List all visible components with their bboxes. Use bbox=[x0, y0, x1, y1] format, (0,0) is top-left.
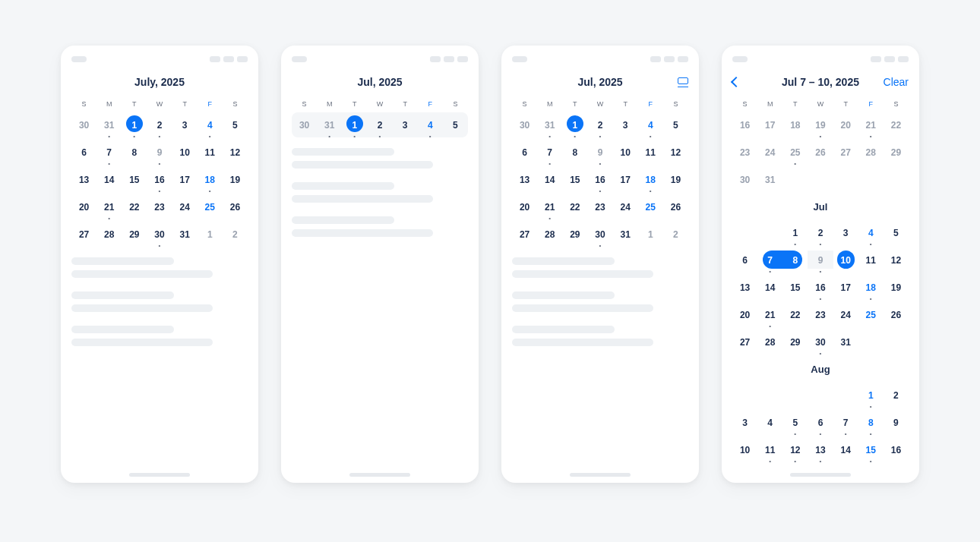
calendar-day[interactable]: 15 bbox=[122, 167, 147, 192]
calendar-day[interactable]: 17 bbox=[757, 112, 782, 137]
calendar-day[interactable]: 29 bbox=[562, 222, 587, 247]
calendar-day[interactable]: 13 bbox=[732, 275, 757, 300]
calendar-day[interactable]: 22 bbox=[782, 302, 808, 327]
calendar-day[interactable]: 27 bbox=[732, 329, 757, 355]
calendar-day[interactable]: 3 bbox=[732, 410, 757, 435]
calendar-day[interactable]: 5• bbox=[782, 410, 808, 435]
view-mode-icon[interactable] bbox=[678, 77, 688, 87]
calendar-day[interactable]: 8 bbox=[122, 140, 147, 165]
calendar-day[interactable]: 27 bbox=[71, 222, 96, 247]
calendar-day[interactable]: 20 bbox=[833, 112, 858, 137]
calendar-day[interactable]: 3 bbox=[393, 112, 418, 137]
calendar-day[interactable]: 19 bbox=[663, 167, 688, 192]
calendar-day[interactable]: 11 bbox=[638, 140, 663, 165]
calendar-day[interactable]: 29 bbox=[782, 329, 808, 355]
calendar-day[interactable]: 21• bbox=[537, 194, 562, 219]
calendar-day[interactable]: 2• bbox=[808, 220, 833, 245]
calendar-day[interactable]: 31 bbox=[613, 222, 638, 247]
calendar-day[interactable]: 2 bbox=[884, 383, 909, 408]
calendar-day[interactable]: 6• bbox=[808, 410, 833, 435]
calendar-day[interactable]: 23 bbox=[147, 194, 172, 219]
calendar-day[interactable]: 31 bbox=[172, 222, 198, 247]
calendar-day[interactable]: 13 bbox=[512, 167, 537, 192]
calendar-day[interactable]: 6 bbox=[71, 140, 96, 165]
calendar-day[interactable]: 22 bbox=[562, 194, 587, 219]
calendar-day[interactable]: 9 bbox=[884, 410, 909, 435]
calendar-day[interactable]: 10 bbox=[613, 140, 638, 165]
calendar-day[interactable]: 2• bbox=[147, 112, 172, 137]
calendar-day[interactable]: 3 bbox=[172, 112, 198, 137]
calendar-day[interactable]: 14 bbox=[757, 275, 782, 300]
calendar-day[interactable]: 1 bbox=[638, 222, 663, 247]
calendar-day[interactable]: 12• bbox=[782, 437, 808, 462]
calendar-day[interactable]: 20 bbox=[512, 194, 537, 219]
calendar-day[interactable]: 17 bbox=[833, 275, 858, 300]
calendar-day[interactable]: 19 bbox=[223, 167, 248, 192]
calendar-day[interactable]: 1• bbox=[782, 220, 808, 245]
calendar-day[interactable]: 1• bbox=[342, 112, 367, 137]
calendar-day[interactable]: 25 bbox=[858, 302, 884, 327]
calendar-day[interactable]: 23 bbox=[587, 194, 612, 219]
calendar-day[interactable]: 23 bbox=[732, 140, 757, 165]
calendar-day[interactable]: 21• bbox=[96, 194, 122, 219]
calendar-day[interactable]: 15 bbox=[782, 275, 808, 300]
calendar-day[interactable]: 5 bbox=[443, 112, 468, 137]
calendar-day[interactable]: 4 bbox=[757, 410, 782, 435]
calendar-day[interactable]: 15 bbox=[562, 167, 587, 192]
calendar-day[interactable]: 8 bbox=[562, 140, 587, 165]
calendar-day[interactable]: 10 bbox=[732, 437, 757, 462]
calendar-day[interactable]: 6 bbox=[512, 140, 537, 165]
calendar-day[interactable]: 29 bbox=[122, 222, 147, 247]
calendar-day[interactable]: 5 bbox=[223, 112, 248, 137]
calendar-day[interactable]: 30• bbox=[808, 329, 833, 355]
calendar-day[interactable]: 4• bbox=[858, 220, 884, 245]
back-button[interactable] bbox=[731, 77, 741, 87]
calendar-day[interactable]: 4• bbox=[638, 112, 663, 137]
calendar-day[interactable]: 12 bbox=[884, 247, 909, 273]
calendar-day[interactable]: 25 bbox=[198, 194, 223, 219]
calendar-day[interactable]: 18 bbox=[782, 112, 808, 137]
calendar-day[interactable]: 20 bbox=[71, 194, 96, 219]
calendar-day[interactable]: 14 bbox=[96, 167, 122, 192]
calendar-day[interactable]: 28 bbox=[858, 140, 884, 165]
calendar-body[interactable]: 3031•1•2•34•567•89•10111213141516•1718•1… bbox=[71, 112, 248, 472]
calendar-body[interactable]: 3031•1•2•34•5 bbox=[292, 112, 468, 472]
calendar-day[interactable]: 30 bbox=[732, 167, 757, 192]
calendar-day[interactable]: 8 bbox=[782, 247, 808, 273]
calendar-day[interactable]: 7• bbox=[833, 410, 858, 435]
calendar-day[interactable]: 7• bbox=[96, 140, 122, 165]
calendar-day[interactable]: 7• bbox=[757, 247, 782, 273]
calendar-day[interactable]: 31• bbox=[537, 112, 562, 137]
calendar-day[interactable]: 16 bbox=[884, 437, 909, 462]
calendar-day[interactable]: 31 bbox=[757, 167, 782, 192]
calendar-day[interactable]: 1• bbox=[122, 112, 147, 137]
calendar-day[interactable]: 19• bbox=[808, 112, 833, 137]
calendar-day[interactable]: 4• bbox=[198, 112, 223, 137]
calendar-day[interactable]: 13• bbox=[808, 437, 833, 462]
calendar-day[interactable]: 16• bbox=[587, 167, 612, 192]
calendar-day[interactable]: 8• bbox=[858, 410, 884, 435]
calendar-day[interactable]: 29 bbox=[884, 140, 909, 165]
calendar-day[interactable]: 21• bbox=[858, 112, 884, 137]
calendar-day[interactable]: 4• bbox=[418, 112, 443, 137]
calendar-day[interactable]: 25• bbox=[782, 140, 808, 165]
calendar-day[interactable]: 17 bbox=[172, 167, 198, 192]
calendar-day[interactable]: 28 bbox=[537, 222, 562, 247]
calendar-day[interactable]: 18• bbox=[198, 167, 223, 192]
calendar-day[interactable]: 21• bbox=[757, 302, 782, 327]
calendar-day[interactable]: 2• bbox=[587, 112, 612, 137]
calendar-day[interactable]: 22 bbox=[884, 112, 909, 137]
calendar-day[interactable]: 11 bbox=[858, 247, 884, 273]
calendar-day[interactable]: 14 bbox=[537, 167, 562, 192]
calendar-day[interactable]: 30 bbox=[512, 112, 537, 137]
calendar-day[interactable]: 3 bbox=[613, 112, 638, 137]
calendar-day[interactable]: 16• bbox=[147, 167, 172, 192]
calendar-day[interactable]: 6 bbox=[732, 247, 757, 273]
calendar-day[interactable]: 18• bbox=[638, 167, 663, 192]
calendar-day[interactable]: 27 bbox=[833, 140, 858, 165]
calendar-day[interactable]: 9• bbox=[808, 247, 833, 273]
calendar-day[interactable]: 1• bbox=[858, 383, 884, 408]
calendar-day[interactable]: 28 bbox=[757, 329, 782, 355]
calendar-day[interactable]: 2• bbox=[367, 112, 392, 137]
calendar-day[interactable]: 24 bbox=[833, 302, 858, 327]
